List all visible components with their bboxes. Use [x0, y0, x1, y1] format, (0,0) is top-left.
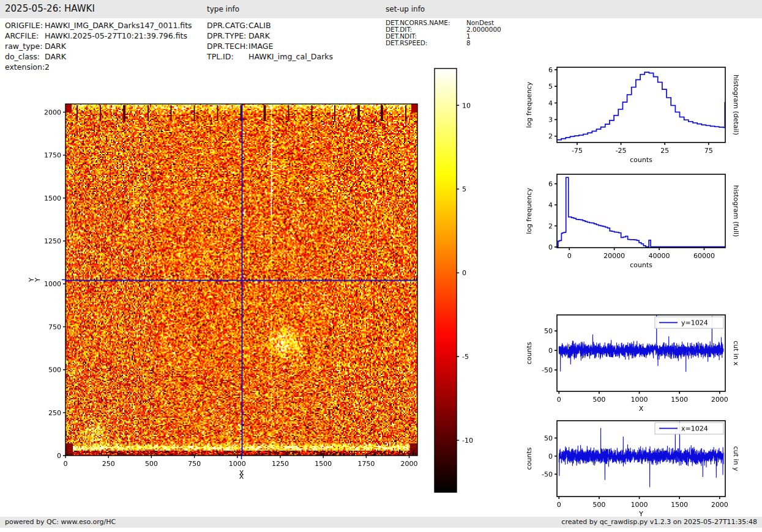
cut-in-y-plot: [520, 413, 762, 523]
setup-info-heading: set-up info: [386, 5, 425, 13]
page-title: 2025-05-26: HAWKI: [5, 3, 95, 14]
histogram-detail-plot: [520, 60, 762, 170]
dark-frame-image-plot: [24, 64, 496, 501]
info-value: 2.0000000: [466, 26, 501, 33]
info-value: IMAGE: [248, 42, 273, 51]
info-label: DPR.CATG:: [207, 20, 248, 31]
footer-powered-by: powered by QC: www.eso.org/HC: [5, 517, 116, 528]
type-info-block: DPR.CATG:CALIB DPR.TYPE:DARK DPR.TECH:IM…: [207, 20, 333, 62]
info-label: ARCFILE:: [5, 31, 45, 41]
info-label: DET.RSPEED:: [386, 40, 466, 46]
info-label: ORIGFILE:: [5, 20, 45, 31]
cut-in-x-plot: [520, 308, 762, 418]
info-label: TPL.ID:: [207, 51, 248, 62]
info-row: DPR.TYPE:DARK: [207, 31, 333, 41]
info-row: TPL.ID:HAWKI_img_cal_Darks: [207, 51, 333, 62]
info-row: ARCFILE:HAWKI.2025-05-27T10:21:39.796.fi…: [5, 31, 192, 41]
info-value: 8: [466, 39, 471, 46]
info-value: HAWKI.2025-05-27T10:21:39.796.fits: [45, 31, 187, 40]
info-label: raw_type:: [5, 41, 45, 51]
type-info-heading: type info: [207, 5, 239, 13]
info-value: CALIB: [248, 21, 271, 30]
histogram-full-plot: [520, 167, 762, 274]
info-row: DPR.TECH:IMAGE: [207, 41, 333, 51]
info-row: raw_type:DARK: [5, 41, 192, 51]
info-row: DPR.CATG:CALIB: [207, 20, 333, 31]
header-bar: 2025-05-26: HAWKI type info set-up info: [0, 0, 762, 18]
info-value: DARK: [248, 31, 270, 40]
footer-created-by: created by qc_rawdisp.py v1.2.3 on 2025-…: [561, 517, 757, 528]
info-row: DET.RSPEED:8: [386, 40, 501, 46]
qc-rawdisp-report: 2025-05-26: HAWKI type info set-up info …: [0, 0, 762, 532]
setup-info-block: DET.NCORRS.NAME:NonDest DET.DIT:2.000000…: [386, 20, 501, 46]
info-value: HAWKI_IMG_DARK_Darks147_0011.fits: [45, 21, 192, 30]
info-row: do_class:DARK: [5, 51, 192, 62]
info-row: ORIGFILE:HAWKI_IMG_DARK_Darks147_0011.fi…: [5, 20, 192, 31]
info-value: DARK: [45, 52, 66, 61]
footer-bar: powered by QC: www.eso.org/HC created by…: [0, 517, 762, 528]
info-label: DPR.TECH:: [207, 41, 248, 51]
info-label: do_class:: [5, 51, 45, 62]
info-value: HAWKI_img_cal_Darks: [248, 52, 333, 61]
info-value: DARK: [45, 42, 66, 51]
info-label: DPR.TYPE:: [207, 31, 248, 41]
